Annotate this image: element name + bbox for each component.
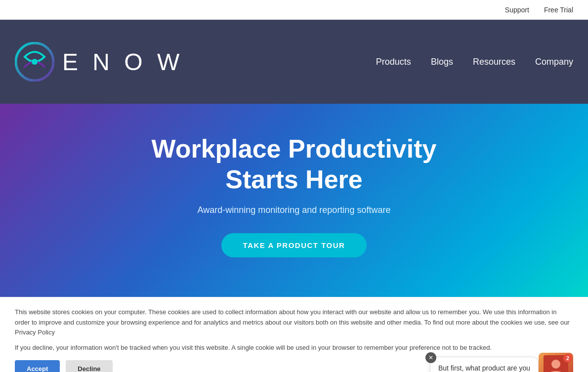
logo-text: E N O W (62, 48, 183, 76)
main-header: E N O W Products Blogs Resources Company (0, 20, 588, 104)
hero-headline-line2: Starts Here (225, 165, 362, 194)
nav-resources[interactable]: Resources (473, 57, 515, 67)
cookie-text-secondary: If you decline, your information won't b… (15, 343, 573, 353)
chat-notification-badge: 2 (563, 354, 572, 363)
cookie-accept-button[interactable]: Accept (15, 360, 60, 372)
svg-point-3 (551, 360, 560, 369)
top-utility-bar: Support Free Trial (0, 0, 588, 20)
bottom-section: This website stores cookies on your comp… (0, 297, 588, 372)
chat-bubble-text: But first, what product are you interest… (438, 364, 530, 372)
nav-company[interactable]: Company (535, 57, 573, 67)
nav-blogs[interactable]: Blogs (431, 57, 453, 67)
chat-widget: ✕ But first, what product are you intere… (430, 353, 573, 372)
free-trial-link[interactable]: Free Trial (544, 6, 573, 14)
hero-subtext: Award-winning monitoring and reporting s… (198, 205, 391, 215)
cookie-decline-button[interactable]: Decline (66, 360, 112, 372)
hero-headline-line1: Workplace Productivity (152, 134, 437, 163)
logo-area: E N O W (15, 42, 183, 82)
chat-avatar[interactable]: 2 (539, 353, 573, 372)
enow-logo-icon (15, 42, 54, 82)
nav-products[interactable]: Products (376, 57, 411, 67)
chat-bubble: ✕ But first, what product are you intere… (430, 357, 539, 372)
support-link[interactable]: Support (505, 6, 529, 14)
main-nav: Products Blogs Resources Company (376, 57, 573, 67)
chat-close-button[interactable]: ✕ (425, 352, 436, 363)
svg-point-1 (32, 59, 38, 65)
hero-headline: Workplace Productivity Starts Here (152, 133, 437, 195)
hero-section: Workplace Productivity Starts Here Award… (0, 104, 588, 297)
cookie-text-primary: This website stores cookies on your comp… (15, 307, 573, 338)
cta-product-tour-button[interactable]: TAKE A PRODUCT TOUR (221, 233, 367, 257)
